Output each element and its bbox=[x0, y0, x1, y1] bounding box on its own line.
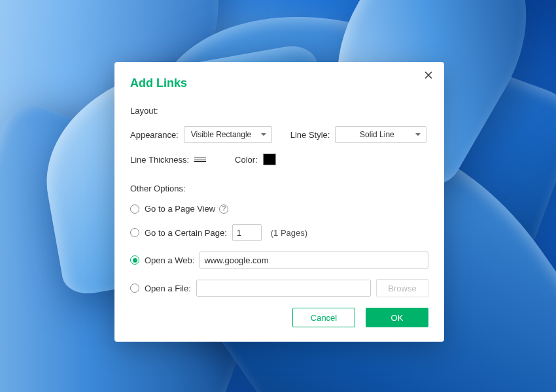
close-button[interactable] bbox=[423, 71, 434, 82]
line-weight-icon bbox=[194, 157, 206, 157]
pages-count-note: (1 Pages) bbox=[271, 228, 307, 238]
line-weight-icon bbox=[194, 159, 206, 160]
color-picker[interactable] bbox=[263, 154, 276, 165]
line-style-dropdown[interactable]: Solid Line bbox=[335, 126, 426, 143]
appearance-label: Appearance: bbox=[130, 130, 179, 140]
browse-button[interactable]: Browse bbox=[376, 279, 428, 297]
radio-page-view[interactable] bbox=[130, 204, 139, 214]
color-label: Color: bbox=[235, 155, 258, 165]
radio-open-file[interactable] bbox=[130, 284, 139, 293]
dialog-title: Add Links bbox=[130, 76, 428, 90]
appearance-dropdown[interactable]: Visible Rectangle bbox=[184, 126, 272, 143]
open-web-label: Open a Web: bbox=[145, 255, 194, 265]
appearance-value: Visible Rectangle bbox=[191, 130, 252, 139]
other-options-label: Other Options: bbox=[130, 184, 428, 193]
page-view-label: Go to a Page View bbox=[145, 204, 215, 214]
line-thickness-label: Line Thickness: bbox=[130, 155, 189, 165]
radio-open-web[interactable] bbox=[130, 255, 139, 265]
add-links-dialog: Add Links Layout: Appearance: Visible Re… bbox=[114, 62, 444, 342]
file-path-input[interactable] bbox=[196, 280, 371, 297]
help-icon[interactable]: ? bbox=[219, 204, 228, 214]
web-url-input[interactable] bbox=[200, 252, 428, 269]
cancel-button[interactable]: Cancel bbox=[292, 308, 355, 327]
open-file-label: Open a File: bbox=[145, 284, 191, 293]
line-style-value: Solid Line bbox=[360, 130, 394, 139]
close-icon bbox=[425, 71, 432, 79]
layout-section-label: Layout: bbox=[130, 106, 428, 116]
radio-certain-page[interactable] bbox=[130, 228, 139, 237]
line-weight-icon bbox=[194, 161, 206, 162]
certain-page-input[interactable] bbox=[232, 224, 262, 241]
line-thickness-selector[interactable] bbox=[194, 157, 206, 163]
line-style-label: Line Style: bbox=[290, 130, 330, 140]
certain-page-label: Go to a Certain Page: bbox=[145, 228, 227, 238]
ok-button[interactable]: OK bbox=[366, 308, 428, 327]
